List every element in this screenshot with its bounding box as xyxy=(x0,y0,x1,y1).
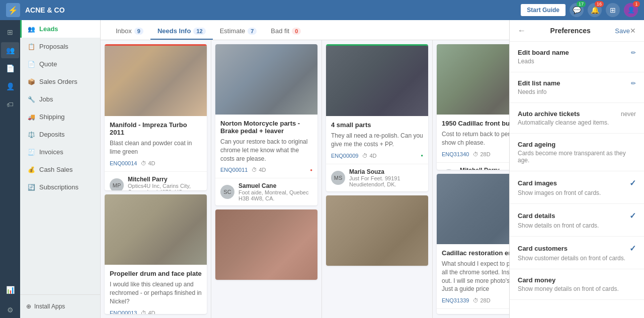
card-meta-norton: ENQ00011 ⏱ 4D ● xyxy=(220,167,312,173)
icon-nav: ⊞ 👥 📄 👤 🏷 📊 ⚙ xyxy=(0,20,20,318)
install-apps-button[interactable]: ⊕ Install Apps xyxy=(20,299,100,314)
chat-icon-button[interactable]: 💬 17 xyxy=(570,3,584,17)
card-body-norton: Norton Motorcycle parts - Brake pedal + … xyxy=(215,115,317,178)
card-title-cadillac-restoration: Cadillac restoration enquiry xyxy=(442,249,509,257)
pref-label-card-details: Card details xyxy=(518,212,555,220)
card-dot-small-parts: ● xyxy=(421,153,423,158)
card-desc-manifold: Blast clean and powder coat in lime gree… xyxy=(110,139,202,156)
icon-nav-tag[interactable]: 🏷 xyxy=(1,96,19,113)
pref-check-card-customers[interactable]: ✓ xyxy=(629,244,636,253)
sidebar-item-quote[interactable]: 📄 Quote xyxy=(20,55,100,73)
icon-nav-doc[interactable]: 📄 xyxy=(1,60,19,76)
card-manifold[interactable]: Manifold - Impreza Turbo 2011 Blast clea… xyxy=(105,44,207,190)
card-body-manifold: Manifold - Impreza Turbo 2011 Blast clea… xyxy=(105,116,207,171)
tab-bad-fit-label: Bad fit xyxy=(271,27,289,35)
pref-check-card-details[interactable]: ✓ xyxy=(629,211,636,221)
icon-nav-settings[interactable]: ⚙ xyxy=(1,302,19,318)
pref-value-card-ageing: Cards become more transparent as they ag… xyxy=(518,150,636,164)
card-ref-norton: ENQ00011 xyxy=(220,167,248,173)
kanban-column-2: Norton Motorcycle parts - Brake pedal + … xyxy=(211,40,322,318)
card-ref-cadillac-restoration: ENQ31339 xyxy=(442,297,469,303)
card-desc-cadillac-restoration: What should I expect to pay to get all t… xyxy=(442,260,509,293)
card-user-info-small-parts: Maria Souza Just For Feet. 99191 Neudiet… xyxy=(349,168,423,187)
card-time-cadillac-bumper: ⏱ 28D xyxy=(473,151,490,157)
sidebar-item-invoices[interactable]: 🧾 Invoices xyxy=(20,143,100,161)
shipping-icon: 🚚 xyxy=(28,114,35,121)
sidebar-item-shipping[interactable]: 🚚 Shipping xyxy=(20,108,100,126)
grid-icon-button[interactable]: ⊞ xyxy=(606,3,620,17)
kanban-board: Manifold - Impreza Turbo 2011 Blast clea… xyxy=(101,40,509,318)
card-user-name-cadillac-restoration: Michael Roberts xyxy=(460,313,509,314)
card-time-manifold: ⏱ 4D xyxy=(141,160,155,166)
pref-value-card-money: Show money details on front of cards. xyxy=(518,285,636,292)
card-user-info-norton: Samuel Cane Foot aide, Montreal, Quebec … xyxy=(238,182,312,201)
pref-label-board-name: Edit board name xyxy=(518,49,569,56)
card-time-small-parts: ⏱ 4D xyxy=(362,153,376,159)
preferences-save-button[interactable]: Save xyxy=(615,27,630,35)
preferences-back-button[interactable]: ← xyxy=(518,26,526,35)
sidebar-item-deposits[interactable]: ⚖️ Deposits xyxy=(20,126,100,143)
sidebar-item-leads[interactable]: 👥 Leads xyxy=(20,20,100,38)
tab-needs-info-badge: 12 xyxy=(193,28,205,35)
jobs-icon: 🔧 xyxy=(28,96,35,103)
pref-edit-board-name-icon[interactable]: ✏ xyxy=(631,49,636,56)
card-desc-propeller: I would like this cleaned up and rechrom… xyxy=(110,280,202,305)
tab-inbox-label: Inbox xyxy=(116,27,132,35)
pref-value-card-customers: Show customer details on front of cards. xyxy=(518,255,636,262)
pref-label-card-ageing: Card ageing xyxy=(518,141,555,148)
kanban-cards-2: Norton Motorcycle parts - Brake pedal + … xyxy=(211,40,321,318)
card-cadillac-bumper[interactable]: 1950 Cadillac front bumper Cost to retur… xyxy=(437,44,509,170)
user-icon-button[interactable]: 👤 1 xyxy=(624,3,638,17)
sidebar-item-jobs[interactable]: 🔧 Jobs xyxy=(20,90,100,108)
tab-inbox[interactable]: Inbox 9 xyxy=(109,23,150,40)
tab-needs-info[interactable]: Needs Info 12 xyxy=(150,23,213,40)
sidebar-item-proposals[interactable]: 📋 Proposals xyxy=(20,38,100,55)
kanban-column-4: 1950 Cadillac front bumper Cost to retur… xyxy=(433,40,509,318)
card-user-info-manifold: Mitchell Parry Optics4U Inc, Carins City… xyxy=(128,176,202,191)
card-rod[interactable] xyxy=(326,195,428,266)
start-guide-button[interactable]: Start Guide xyxy=(521,4,566,16)
pref-row-auto-archive: Auto archive tickets never Automatically… xyxy=(510,103,644,134)
sidebar-item-sales-orders[interactable]: 📦 Sales Orders xyxy=(20,73,100,90)
kanban-cards-4: 1950 Cadillac front bumper Cost to retur… xyxy=(433,40,509,318)
app-logo[interactable]: ⚡ xyxy=(6,3,20,17)
pref-value-card-details: Show details on front of cards. xyxy=(518,222,636,229)
card-body-propeller: Propeller drum and face plate I would li… xyxy=(105,265,207,314)
card-image-norton2 xyxy=(215,209,317,280)
sidebar-item-subscriptions[interactable]: 🔄 Subscriptions xyxy=(20,178,100,196)
pref-check-card-images[interactable]: ✓ xyxy=(629,178,636,188)
preferences-close-button[interactable]: ✕ xyxy=(630,27,636,35)
module-nav-bottom: ⊕ Install Apps xyxy=(20,294,100,318)
top-nav: ⚡ ACNE & CO Start Guide 💬 17 🔔 16 ⊞ 👤 1 xyxy=(0,0,644,20)
card-meta-small-parts: ENQ00009 ⏱ 4D ● xyxy=(331,153,423,159)
card-norton2[interactable] xyxy=(215,209,317,280)
pref-label-card-customers: Card customers xyxy=(518,245,568,252)
kanban-column-3: 4 small parts They all need a re-polish.… xyxy=(322,40,433,318)
icon-nav-grid[interactable]: ⊞ xyxy=(1,24,19,40)
icon-nav-chart[interactable]: 📊 xyxy=(1,284,19,300)
card-small-parts[interactable]: 4 small parts They all need a re-polish.… xyxy=(326,44,428,191)
sidebar-item-proposals-label: Proposals xyxy=(39,43,68,50)
preferences-title: Preferences xyxy=(526,27,615,35)
tab-needs-info-label: Needs Info xyxy=(157,27,191,35)
preferences-header: ← Preferences Save ✕ xyxy=(510,20,644,42)
preferences-body: Edit board name ✏ Leads Edit list name ✏… xyxy=(510,42,644,318)
notification-icon-button[interactable]: 🔔 16 xyxy=(588,3,602,17)
icon-nav-person[interactable]: 👤 xyxy=(1,78,19,94)
sidebar-item-shipping-label: Shipping xyxy=(39,113,65,121)
card-propeller[interactable]: Propeller drum and face plate I would li… xyxy=(105,194,207,314)
pref-edit-list-name-icon[interactable]: ✏ xyxy=(631,80,636,87)
card-image-propeller xyxy=(105,194,207,265)
card-cadillac-restoration[interactable]: Cadillac restoration enquiry What should… xyxy=(437,174,509,314)
pref-row-card-ageing: Card ageing Cards become more transparen… xyxy=(510,134,644,171)
pref-value-board-name: Leads xyxy=(518,58,636,65)
kanban-cards-3: 4 small parts They all need a re-polish.… xyxy=(322,40,432,318)
card-norton[interactable]: Norton Motorcycle parts - Brake pedal + … xyxy=(215,44,317,205)
card-desc-norton: Can your restore back to original chrome… xyxy=(220,138,312,163)
icon-nav-active[interactable]: 👥 xyxy=(1,42,19,58)
tab-estimate[interactable]: Estimate 7 xyxy=(213,23,264,40)
card-title-small-parts: 4 small parts xyxy=(331,121,423,129)
sidebar-item-cash-sales[interactable]: 💰 Cash Sales xyxy=(20,161,100,178)
tab-bad-fit[interactable]: Bad fit 0 xyxy=(264,23,308,40)
card-user-detail-manifold: Optics4U Inc, Carins City, Queensland 48… xyxy=(128,183,202,191)
